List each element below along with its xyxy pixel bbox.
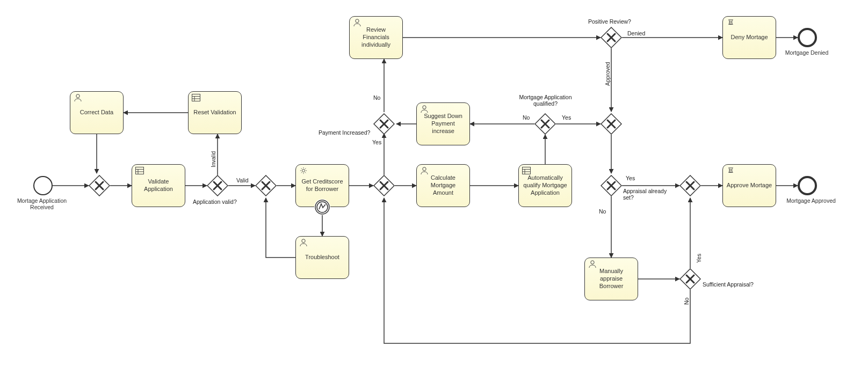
edge-label: Yes — [372, 139, 381, 145]
edge-label: Denied — [627, 30, 645, 36]
user-icon — [299, 239, 308, 246]
gateway-label: Payment Increased? — [319, 129, 370, 136]
svg-point-38 — [423, 167, 426, 171]
gateway-label: Sufficient Appraisal? — [703, 281, 754, 288]
task-label: Approve Mortage — [727, 182, 772, 189]
gateway-sufficient-appraisal — [679, 268, 701, 290]
task-troubleshoot: Troubleshoot — [295, 236, 349, 279]
edge-label: Yes — [626, 175, 635, 181]
gateway-merge-7 — [601, 113, 622, 135]
edge-label: No — [373, 94, 380, 101]
task-deny-mortgage: Deny Mortage — [722, 16, 776, 59]
edge-label: Yes — [696, 254, 702, 263]
business-rule-icon — [192, 94, 200, 101]
script-icon — [726, 19, 735, 26]
task-label: Manually appraise Borrower — [588, 268, 634, 290]
gateway-merge-1 — [89, 175, 110, 196]
gateway-payment-merge — [373, 175, 395, 196]
gateway-appraisal-set — [601, 175, 622, 196]
end-event-denied — [798, 28, 817, 47]
user-icon — [420, 167, 429, 174]
svg-rect-11 — [192, 94, 200, 101]
edge-label: No — [599, 208, 606, 215]
gateway-merge-10 — [679, 175, 701, 196]
gateway-application-valid — [207, 175, 228, 196]
script-icon — [726, 167, 735, 174]
task-approve-mortgage: Approve Mortage — [722, 164, 776, 207]
user-icon — [74, 94, 82, 101]
task-label: Troubleshoot — [305, 254, 339, 261]
edge-label: No — [683, 298, 690, 305]
task-review-financials: Review Financials individually — [349, 16, 403, 59]
gateway-label: Application valid? — [193, 198, 237, 205]
task-auto-qualify: Automatically qualify Mortgage Applicati… — [518, 164, 572, 207]
gateway-label: Mortgage Application qualified? — [515, 94, 576, 107]
bpmn-canvas: Mortage Application Received Validate Ap… — [0, 0, 868, 375]
task-label: Calculate Mortgage Amount — [420, 174, 466, 196]
task-label: Automatically qualify Mortgage Applicati… — [522, 174, 568, 196]
end-event-label: Mortgage Denied — [775, 49, 839, 56]
user-icon — [588, 260, 597, 268]
edge-label: Valid — [236, 177, 249, 183]
task-label: Get Creditscore for Borrower — [299, 178, 345, 193]
task-label: Suggest Down Payment increase — [420, 113, 466, 135]
svg-point-36 — [356, 19, 359, 23]
edge-label: Invalid — [210, 151, 216, 167]
svg-line-24 — [305, 172, 306, 173]
service-gear-icon — [299, 167, 308, 174]
end-event-label: Mortgage Approved — [779, 197, 843, 204]
svg-line-23 — [301, 168, 302, 169]
svg-rect-39 — [523, 167, 531, 174]
task-label: Review Financials individually — [353, 26, 399, 48]
task-suggest-down-payment: Suggest Down Payment increase — [416, 102, 470, 145]
gateway-payment-increased — [373, 113, 395, 135]
edge-label: No — [523, 114, 530, 121]
start-event — [33, 176, 53, 195]
gateway-label: Appraisal already set? — [623, 188, 671, 201]
gateway-label: Positive Review? — [588, 18, 631, 25]
task-manual-appraise: Manually appraise Borrower — [584, 258, 638, 300]
task-label: Deny Mortage — [730, 34, 768, 41]
svg-point-18 — [302, 169, 305, 172]
gateway-positive-review — [601, 27, 622, 48]
svg-point-29 — [302, 239, 305, 242]
task-validate-application: Validate Application — [132, 164, 185, 207]
task-calculate-mortgage: Calculate Mortgage Amount — [416, 164, 470, 207]
start-event-label: Mortage Application Received — [10, 197, 74, 210]
task-label: Validate Application — [135, 178, 182, 193]
task-reset-validation: Reset Validation — [188, 91, 242, 134]
boundary-error-event — [314, 199, 330, 215]
gateway-merge-3 — [255, 175, 277, 196]
edge-label: Approved — [604, 62, 611, 86]
business-rule-icon — [135, 167, 144, 174]
task-label: Correct Data — [80, 109, 113, 116]
svg-point-10 — [76, 94, 79, 98]
end-event-approved — [798, 176, 817, 195]
svg-rect-3 — [136, 167, 144, 174]
user-icon — [353, 19, 361, 26]
gateway-mortgage-qualified — [534, 113, 556, 135]
task-correct-data: Correct Data — [70, 91, 124, 134]
edge-label: Yes — [562, 114, 571, 121]
svg-line-25 — [305, 168, 306, 169]
svg-point-37 — [423, 106, 426, 109]
svg-point-58 — [591, 261, 594, 264]
business-rule-icon — [522, 167, 531, 174]
user-icon — [420, 105, 429, 113]
svg-line-26 — [301, 172, 302, 173]
task-label: Reset Validation — [193, 109, 236, 116]
